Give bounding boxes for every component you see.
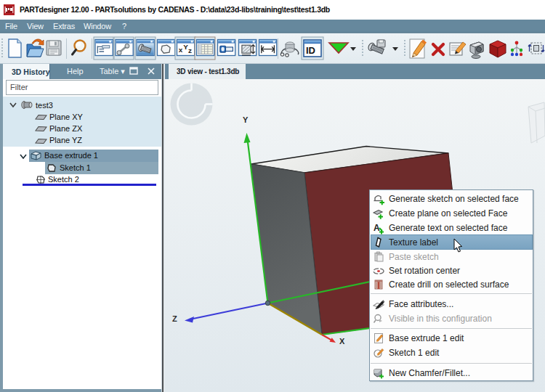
svg-text:z: z [188,46,192,54]
svg-text:ID: ID [306,45,315,56]
svg-text:X: X [339,337,345,346]
svg-text:A: A [374,223,380,233]
svg-text:Y: Y [243,115,249,124]
svg-text:Z: Z [172,314,177,323]
svg-text:x: x [179,46,183,54]
